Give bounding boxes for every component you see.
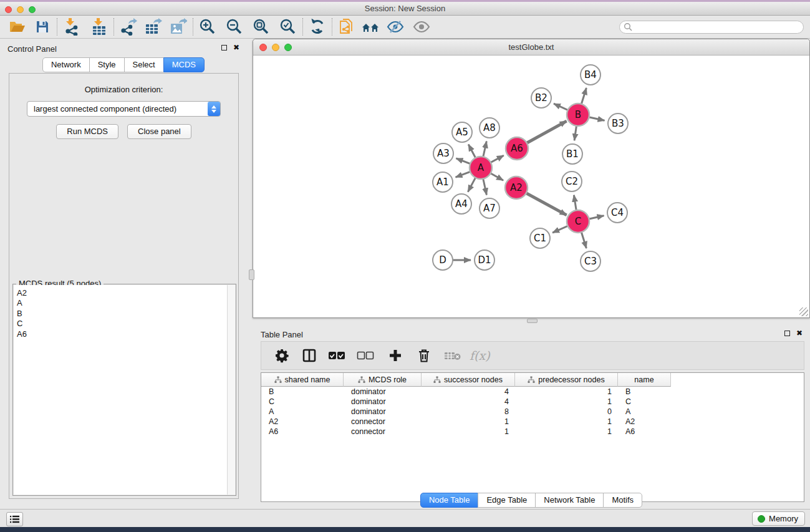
graph-node-A6[interactable]: A6 bbox=[506, 137, 528, 160]
new-network-from-selection-icon[interactable] bbox=[337, 17, 357, 37]
close-table-panel-icon[interactable]: ✖ bbox=[796, 329, 803, 337]
save-session-icon[interactable] bbox=[32, 17, 52, 37]
graph-node-A4[interactable]: A4 bbox=[451, 194, 471, 214]
graph-node-A[interactable]: A bbox=[470, 157, 492, 179]
graph-node-A2[interactable]: A2 bbox=[505, 177, 528, 199]
float-panel-icon[interactable] bbox=[221, 45, 227, 51]
close-panel-icon[interactable]: ✖ bbox=[233, 43, 239, 52]
table-row[interactable]: A6connector11A6 bbox=[261, 427, 804, 437]
zoom-selected-icon[interactable] bbox=[278, 17, 298, 37]
graph-node-A8[interactable]: A8 bbox=[480, 118, 499, 138]
graph-node-A1[interactable]: A1 bbox=[433, 172, 453, 192]
graph-node-D[interactable]: D bbox=[433, 250, 453, 270]
select-all-icon[interactable] bbox=[326, 345, 347, 366]
graph-node-B2[interactable]: B2 bbox=[531, 88, 551, 108]
result-list-item[interactable]: A2 bbox=[17, 288, 235, 298]
graph-node-B3[interactable]: B3 bbox=[608, 114, 628, 133]
search-field[interactable] bbox=[619, 21, 804, 34]
svg-text:A6: A6 bbox=[511, 143, 523, 154]
svg-text:C1: C1 bbox=[534, 233, 546, 244]
hide-selected-icon[interactable] bbox=[385, 17, 405, 37]
table-cell: A2 bbox=[618, 417, 671, 426]
graph-node-C[interactable]: C bbox=[567, 210, 589, 233]
zoom-fit-icon[interactable] bbox=[251, 17, 271, 37]
memory-button[interactable]: Memory bbox=[752, 511, 805, 526]
float-table-panel-icon[interactable] bbox=[784, 331, 790, 336]
column-header-successor-nodes[interactable]: successor nodes bbox=[422, 373, 515, 387]
function-builder-icon[interactable]: f(x) bbox=[470, 349, 490, 362]
tab-motifs[interactable]: Motifs bbox=[603, 493, 642, 508]
graph-node-C4[interactable]: C4 bbox=[607, 203, 627, 223]
panel-menu-button[interactable] bbox=[6, 512, 23, 526]
refresh-icon[interactable] bbox=[307, 17, 327, 37]
tab-node-table[interactable]: Node Table bbox=[420, 493, 479, 508]
close-panel-button[interactable]: Close panel bbox=[127, 124, 191, 139]
graph-node-C3[interactable]: C3 bbox=[581, 251, 600, 271]
import-table-icon[interactable] bbox=[89, 17, 109, 37]
svg-text:C: C bbox=[575, 216, 581, 227]
zoom-out-icon[interactable] bbox=[224, 17, 244, 37]
node-table[interactable]: shared nameMCDS rolesuccessor nodesprede… bbox=[261, 372, 804, 502]
add-column-icon[interactable] bbox=[385, 345, 406, 366]
delete-table-icon[interactable] bbox=[442, 345, 463, 366]
graph-node-B1[interactable]: B1 bbox=[562, 144, 582, 164]
horizontal-split-grip[interactable] bbox=[527, 319, 538, 323]
tab-mcds[interactable]: MCDS bbox=[163, 57, 205, 72]
table-row[interactable]: Adominator80A bbox=[261, 407, 804, 417]
table-row[interactable]: A2connector11A2 bbox=[261, 417, 804, 427]
control-panel-title: Control Panel bbox=[7, 44, 57, 54]
tab-style[interactable]: Style bbox=[89, 57, 125, 72]
graph-node-C1[interactable]: C1 bbox=[530, 228, 550, 248]
first-neighbors-icon[interactable] bbox=[360, 17, 380, 37]
vertical-split-grip[interactable] bbox=[249, 269, 254, 280]
gear-icon[interactable] bbox=[271, 345, 292, 366]
dropdown-value: largest connected component (directed) bbox=[27, 104, 176, 114]
zoom-in-icon[interactable] bbox=[198, 17, 218, 37]
export-network-icon[interactable] bbox=[118, 17, 138, 37]
table-cell: 0 bbox=[515, 407, 618, 416]
tab-select[interactable]: Select bbox=[124, 57, 164, 72]
result-list-item[interactable]: B bbox=[17, 309, 235, 319]
open-file-icon[interactable] bbox=[7, 17, 27, 37]
tab-edge-table[interactable]: Edge Table bbox=[478, 493, 536, 508]
column-header-shared-name[interactable]: shared name bbox=[261, 373, 344, 387]
delete-column-icon[interactable] bbox=[413, 345, 435, 366]
column-header-predecessor-nodes[interactable]: predecessor nodes bbox=[515, 373, 618, 387]
window-resize-grip[interactable] bbox=[799, 307, 808, 316]
split-columns-icon[interactable] bbox=[299, 345, 320, 366]
run-mcds-button[interactable]: Run MCDS bbox=[56, 124, 118, 139]
mcds-result-list[interactable]: A2ABCA6 bbox=[14, 285, 235, 495]
graph-node-A3[interactable]: A3 bbox=[433, 143, 453, 163]
column-header-name[interactable]: name bbox=[618, 373, 671, 387]
graph-node-D1[interactable]: D1 bbox=[475, 250, 494, 270]
graph-node-B[interactable]: B bbox=[567, 104, 589, 126]
show-all-icon[interactable] bbox=[412, 17, 432, 37]
svg-text:B1: B1 bbox=[566, 148, 579, 160]
graph-node-A7[interactable]: A7 bbox=[480, 198, 499, 218]
table-row[interactable]: Cdominator41C bbox=[261, 397, 804, 407]
memory-status-icon bbox=[758, 515, 765, 523]
result-list-item[interactable]: A6 bbox=[17, 329, 235, 339]
result-list-item[interactable]: A bbox=[17, 298, 235, 308]
result-list-item[interactable]: C bbox=[17, 319, 235, 329]
import-network-icon[interactable] bbox=[62, 17, 82, 37]
export-table-icon[interactable] bbox=[143, 17, 163, 37]
tab-network[interactable]: Network bbox=[42, 57, 90, 72]
graph-node-A5[interactable]: A5 bbox=[452, 122, 472, 142]
memory-label: Memory bbox=[769, 514, 798, 523]
table-row[interactable]: Bdominator41B bbox=[261, 387, 804, 397]
table-cell: B bbox=[261, 387, 344, 396]
graph-node-C2[interactable]: C2 bbox=[562, 172, 582, 191]
svg-text:D1: D1 bbox=[478, 254, 491, 266]
deselect-all-icon[interactable] bbox=[355, 345, 376, 366]
column-header-MCDS-role[interactable]: MCDS role bbox=[344, 373, 422, 387]
network-canvas[interactable]: B4B2BB3A8A5A6B1A3AA1C2A2A4A7C4CC1C3DD1 bbox=[253, 56, 809, 317]
result-list-scrollbar[interactable] bbox=[227, 285, 235, 495]
search-input[interactable] bbox=[633, 22, 795, 31]
graph-node-B4[interactable]: B4 bbox=[581, 65, 600, 85]
tab-network-table[interactable]: Network Table bbox=[535, 493, 604, 508]
export-image-icon[interactable] bbox=[168, 17, 188, 37]
optimization-criterion-select[interactable]: largest connected component (directed) bbox=[27, 101, 221, 117]
svg-text:C4: C4 bbox=[611, 207, 624, 218]
network-window-titlebar[interactable]: testGlobe.txt bbox=[253, 39, 809, 56]
